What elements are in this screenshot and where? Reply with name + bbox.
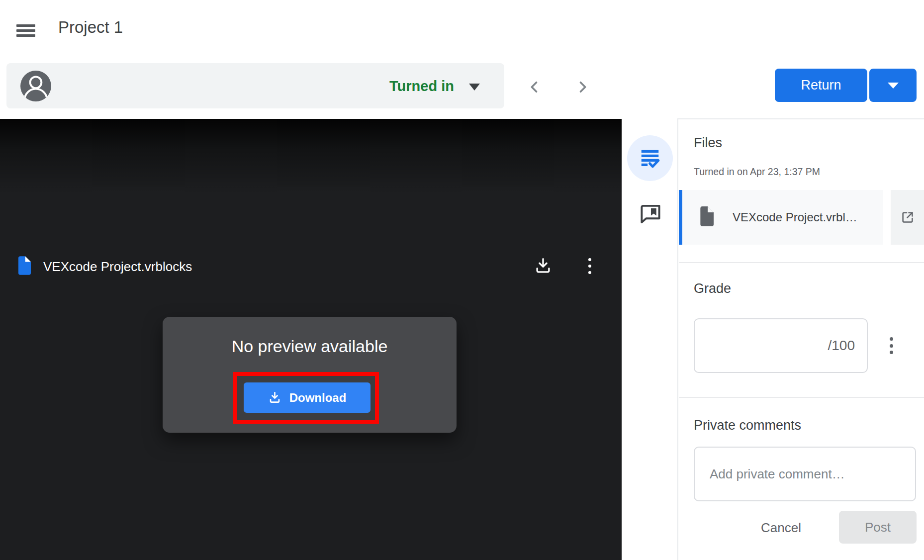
- download-icon: [268, 391, 281, 404]
- grading-list-check-icon: [639, 147, 661, 170]
- selected-file-accent-bar: [679, 190, 682, 245]
- turned-in-timestamp: Turned in on Apr 23, 1:37 PM: [694, 166, 820, 178]
- preview-download-icon[interactable]: [534, 256, 553, 275]
- preview-file-name: VEXcode Project.vrblocks: [43, 259, 192, 275]
- grading-tool-button[interactable]: [627, 135, 673, 181]
- cancel-button[interactable]: Cancel: [749, 515, 813, 540]
- grade-more-options-icon[interactable]: [890, 337, 894, 354]
- sidebar-top-border: [677, 118, 924, 119]
- highlight-annotation-box: Download: [233, 372, 379, 424]
- next-student-button[interactable]: [571, 76, 593, 98]
- file-icon: [698, 206, 714, 228]
- preview-more-options-icon[interactable]: [587, 258, 593, 274]
- submission-status-label[interactable]: Turned in: [389, 78, 454, 94]
- grade-heading: Grade: [694, 280, 731, 297]
- return-dropdown-button[interactable]: [869, 69, 917, 102]
- file-icon: [16, 256, 31, 278]
- private-comment-input[interactable]: [694, 447, 916, 501]
- open-in-new-icon: [900, 210, 915, 225]
- grade-input[interactable]: [695, 319, 828, 372]
- status-dropdown-caret-icon[interactable]: [469, 84, 480, 91]
- download-button[interactable]: Download: [244, 382, 370, 413]
- page-title: Project 1: [58, 17, 123, 37]
- section-divider: [679, 262, 924, 263]
- grade-field[interactable]: /100: [694, 318, 868, 373]
- comment-bank-button[interactable]: [639, 202, 662, 225]
- chevron-right-icon: [574, 79, 591, 95]
- submitted-file-row[interactable]: VEXcode Project.vrbl…: [679, 190, 924, 245]
- previous-student-button[interactable]: [524, 76, 546, 98]
- return-button-label: Return: [801, 78, 841, 93]
- no-preview-card: No preview available Download: [163, 317, 457, 433]
- menu-hamburger-icon[interactable]: [16, 24, 35, 37]
- document-preview-pane: VEXcode Project.vrblocks No preview avai…: [0, 119, 622, 560]
- google-classroom-grading-screen: Project 1 Turned in Return VEXcode P: [0, 0, 924, 560]
- no-preview-message: No preview available: [163, 337, 457, 356]
- open-file-button[interactable]: [891, 190, 924, 245]
- comment-bookmark-icon: [639, 202, 662, 225]
- return-button[interactable]: Return: [775, 69, 867, 102]
- grade-denominator: /100: [828, 338, 867, 354]
- files-heading: Files: [694, 134, 722, 151]
- private-comments-heading: Private comments: [694, 417, 801, 434]
- section-divider: [679, 397, 924, 398]
- chevron-left-icon: [526, 79, 543, 95]
- person-icon: [20, 71, 51, 101]
- download-button-label: Download: [289, 391, 347, 405]
- student-avatar: [20, 71, 51, 101]
- post-button[interactable]: Post: [839, 511, 917, 544]
- vertical-divider: [677, 119, 678, 560]
- chevron-down-icon: [888, 83, 899, 89]
- file-row-name: VEXcode Project.vrbl…: [733, 210, 857, 224]
- file-row-main[interactable]: VEXcode Project.vrbl…: [682, 190, 883, 245]
